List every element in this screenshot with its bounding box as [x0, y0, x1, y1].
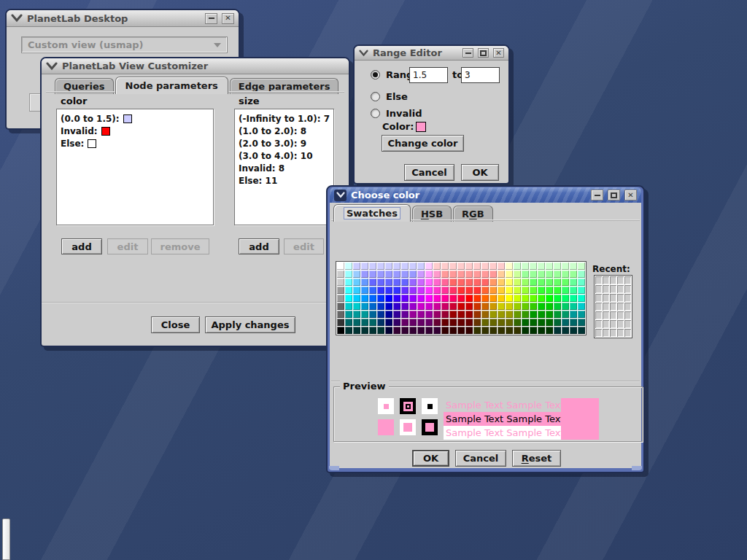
recent-swatch-cell[interactable]	[617, 294, 624, 302]
swatch-cell[interactable]	[409, 262, 417, 270]
swatch-cell[interactable]	[425, 295, 433, 302]
swatch-cell[interactable]	[554, 303, 561, 310]
window-menu-chevron-icon[interactable]	[359, 50, 368, 57]
swatch-cell[interactable]	[337, 327, 344, 334]
swatch-cell[interactable]	[441, 271, 449, 278]
recent-swatch-cell[interactable]	[624, 320, 631, 328]
swatch-cell[interactable]	[457, 262, 465, 270]
swatch-cell[interactable]	[369, 279, 376, 286]
swatch-cell[interactable]	[457, 327, 465, 334]
swatch-cell[interactable]	[506, 279, 513, 286]
recent-swatch-cell[interactable]	[603, 285, 609, 293]
swatch-cell[interactable]	[465, 279, 473, 286]
close-button[interactable]: ✕	[624, 190, 637, 201]
swatch-cell[interactable]	[345, 262, 352, 270]
swatch-cell[interactable]	[385, 311, 392, 318]
maximize-button[interactable]	[478, 48, 489, 58]
swatch-cell[interactable]	[481, 303, 489, 310]
swatch-cell[interactable]	[345, 279, 352, 286]
swatch-cell[interactable]	[473, 327, 481, 334]
minimize-button[interactable]	[591, 190, 603, 201]
swatch-cell[interactable]	[369, 271, 376, 278]
swatch-cell[interactable]	[562, 295, 569, 302]
swatch-cell[interactable]	[457, 287, 465, 294]
swatch-cell[interactable]	[409, 327, 417, 334]
swatch-cell[interactable]	[465, 311, 473, 318]
swatch-cell[interactable]	[441, 319, 449, 326]
minimize-button[interactable]	[205, 13, 217, 24]
range-radio[interactable]	[371, 70, 380, 79]
swatch-cell[interactable]	[570, 287, 577, 294]
swatch-cell[interactable]	[409, 311, 417, 318]
swatch-cell[interactable]	[433, 262, 441, 270]
color-remove-button[interactable]: remove	[151, 238, 209, 254]
swatch-cell[interactable]	[401, 279, 409, 286]
swatch-cell[interactable]	[401, 287, 409, 294]
swatch-cell[interactable]	[409, 303, 417, 310]
swatch-cell[interactable]	[369, 327, 376, 334]
swatch-cell[interactable]	[522, 303, 529, 310]
swatch-cell[interactable]	[361, 295, 368, 302]
swatch-cell[interactable]	[457, 279, 465, 286]
swatch-cell[interactable]	[361, 287, 368, 294]
swatch-cell[interactable]	[498, 279, 505, 286]
swatch-cell[interactable]	[562, 262, 569, 270]
swatch-cell[interactable]	[514, 262, 521, 270]
list-item[interactable]: (0.0 to 1.5):	[61, 112, 209, 125]
swatch-cell[interactable]	[465, 271, 473, 278]
list-item[interactable]: (-Infinity to 1.0): 7	[239, 112, 330, 125]
tab-node-parameters[interactable]: Node parameters	[115, 77, 228, 94]
swatch-cell[interactable]	[514, 287, 521, 294]
swatch-cell[interactable]	[578, 319, 585, 326]
swatch-cell[interactable]	[538, 319, 545, 326]
swatch-cell[interactable]	[417, 279, 425, 286]
swatch-cell[interactable]	[481, 262, 489, 270]
swatch-cell[interactable]	[417, 295, 425, 302]
swatch-cell[interactable]	[401, 327, 409, 334]
swatch-cell[interactable]	[345, 271, 352, 278]
recent-swatch-cell[interactable]	[610, 329, 616, 337]
swatch-cell[interactable]	[489, 303, 497, 310]
swatch-cell[interactable]	[546, 303, 553, 310]
swatch-cell[interactable]	[578, 327, 585, 334]
swatch-cell[interactable]	[401, 303, 409, 310]
recent-swatch-cell[interactable]	[595, 303, 602, 311]
swatch-cell[interactable]	[385, 287, 392, 294]
swatch-cell[interactable]	[530, 287, 537, 294]
swatch-cell[interactable]	[522, 311, 529, 318]
apply-changes-button[interactable]: Apply changes	[205, 316, 295, 333]
list-item[interactable]: Else:	[61, 137, 209, 149]
invalid-radio[interactable]	[371, 109, 380, 118]
recent-swatch-cell[interactable]	[624, 285, 631, 293]
swatch-cell[interactable]	[473, 262, 481, 270]
swatch-cell[interactable]	[514, 271, 521, 278]
swatch-cell[interactable]	[481, 311, 489, 318]
swatch-cell[interactable]	[570, 262, 577, 270]
swatch-cell[interactable]	[506, 327, 513, 334]
swatch-cell[interactable]	[506, 262, 513, 270]
swatch-cell[interactable]	[369, 303, 376, 310]
swatch-cell[interactable]	[401, 295, 409, 302]
swatch-cell[interactable]	[361, 271, 368, 278]
swatch-cell[interactable]	[433, 303, 441, 310]
swatch-cell[interactable]	[361, 279, 368, 286]
swatch-cell[interactable]	[498, 262, 505, 270]
view-select-combobox[interactable]: Custom view (usmap)	[21, 36, 228, 53]
swatch-cell[interactable]	[570, 279, 577, 286]
swatch-cell[interactable]	[530, 327, 537, 334]
swatch-cell[interactable]	[449, 295, 457, 302]
swatch-cell[interactable]	[578, 303, 585, 310]
swatch-cell[interactable]	[489, 279, 497, 286]
swatch-cell[interactable]	[433, 271, 441, 278]
recent-swatch-cell[interactable]	[624, 294, 631, 302]
swatch-cell[interactable]	[473, 271, 481, 278]
swatch-cell[interactable]	[425, 303, 433, 310]
ok-button[interactable]: OK	[412, 450, 449, 467]
swatch-cell[interactable]	[337, 271, 344, 278]
swatch-cell[interactable]	[361, 311, 368, 318]
swatch-cell[interactable]	[433, 327, 441, 334]
swatch-cell[interactable]	[562, 271, 569, 278]
recent-swatch-cell[interactable]	[595, 311, 602, 319]
swatch-cell[interactable]	[578, 262, 585, 270]
recent-swatch-cell[interactable]	[617, 276, 624, 284]
